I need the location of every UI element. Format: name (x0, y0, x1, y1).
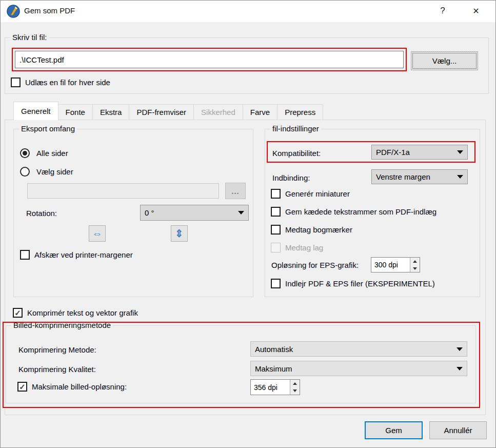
compression-quality-dropdown[interactable]: Maksimum (250, 361, 467, 376)
image-compression-group-title: Billed-komprimeringsmetode (11, 321, 113, 329)
mirror-vertical-button[interactable]: ⇕ (171, 225, 188, 242)
spin-down-button[interactable] (410, 265, 420, 272)
binding-dropdown[interactable]: Venstre margen (371, 169, 468, 184)
spin-down-icon (293, 389, 297, 392)
chevron-down-icon (457, 175, 463, 179)
close-icon: ✕ (472, 6, 479, 16)
binding-label: Indbinding: (272, 173, 310, 182)
checkbox-compress-text-vector[interactable]: Komprimér tekst og vektor grafik (13, 307, 138, 318)
checkbox-box (271, 207, 281, 217)
tab-ekstra[interactable]: Ekstra (93, 104, 130, 120)
compression-method-label: Komprimering Metode: (18, 345, 96, 354)
checkbox-box (13, 308, 23, 318)
radio-choose-pages[interactable]: Vælg sider (20, 166, 73, 177)
spin-down-button[interactable] (290, 387, 300, 395)
pages-range-ellipsis-button: ... (225, 183, 246, 199)
spin-up-button[interactable] (410, 258, 420, 265)
checkbox-include-layers: Medtag lag (271, 242, 323, 253)
max-resolution-spinner[interactable]: 356 dpi (250, 379, 300, 395)
spin-up-button[interactable] (290, 380, 300, 387)
window-title: Gem som PDF (24, 6, 75, 15)
tab-generelt[interactable]: Generelt (13, 102, 58, 120)
tab-farve[interactable]: Farve (243, 104, 277, 120)
save-as-pdf-dialog: Gem som PDF ? ✕ Skriv til fil: Vælg... U… (0, 0, 496, 448)
rotation-label: Rotation: (26, 209, 57, 218)
radio-all-pages[interactable]: Alle sider (20, 147, 68, 159)
checkbox-box (271, 189, 281, 199)
radio-button (20, 167, 30, 177)
checkbox-box (271, 243, 281, 252)
flip-horizontal-icon: ⇔ (92, 228, 103, 239)
file-options-group-title: fil-indstillinger (270, 124, 321, 133)
help-icon: ? (440, 6, 445, 16)
checkbox-include-bookmarks[interactable]: Medtag bogmærker (271, 224, 352, 235)
cancel-button[interactable]: Annullér (429, 421, 487, 439)
chevron-down-icon (457, 150, 463, 154)
flip-vertical-icon: ⇕ (175, 228, 184, 239)
checkbox-one-file-per-page[interactable]: Udlæs en fil for hver side (11, 76, 110, 88)
pages-range-input (27, 183, 219, 199)
titlebar: Gem som PDF ? ✕ (1, 1, 495, 22)
checkbox-box (17, 382, 27, 392)
compatibility-dropdown[interactable]: PDF/X-1a (371, 145, 468, 160)
chevron-down-icon (457, 367, 463, 371)
eps-resolution-label: Opløsning for EPS-grafik: (271, 261, 359, 269)
checkbox-linked-text-frames[interactable]: Gem kædede tekstrammer som PDF-indlæg (271, 206, 437, 217)
file-path-input[interactable] (15, 51, 404, 68)
eps-resolution-spinner[interactable]: 300 dpi (371, 257, 420, 272)
tab-bar: Generelt Fonte Ekstra PDF-fremviser Sikk… (13, 102, 323, 120)
save-button[interactable]: Gem (365, 421, 423, 439)
tab-prepress[interactable]: Prepress (277, 104, 323, 120)
spin-up-icon (293, 382, 297, 385)
scribus-logo-icon (7, 5, 20, 18)
tab-sikkerhed: Sikkerhed (194, 104, 243, 120)
compression-quality-label: Komprimering Kvalitet: (18, 365, 96, 374)
checkbox-embed-pdf-eps[interactable]: Indlejr PDF & EPS filer (EKSPERIMENTEL) (271, 278, 435, 289)
checkbox-box (20, 250, 30, 260)
write-to-file-group-title: Skriv til fil: (10, 33, 49, 42)
checkbox-box (271, 279, 281, 288)
compression-method-dropdown[interactable]: Automatisk (250, 341, 467, 357)
checkbox-clip-printer-margins[interactable]: Afskær ved printer-margener (20, 249, 133, 260)
spin-down-icon (413, 267, 417, 270)
checkbox-generate-thumbnails[interactable]: Generér miniaturer (271, 188, 350, 199)
checkbox-box (271, 225, 281, 235)
help-button[interactable]: ? (431, 3, 454, 19)
tab-fonte[interactable]: Fonte (58, 104, 93, 120)
checkbox-box (11, 77, 21, 87)
rotation-dropdown[interactable]: 0 ° (140, 205, 249, 221)
tab-pdf-fremviser[interactable]: PDF-fremviser (129, 104, 194, 120)
checkbox-max-image-resolution[interactable]: Maksimale billed-opløsning: (17, 381, 127, 392)
spin-up-icon (413, 260, 417, 263)
choose-file-button[interactable]: Vælg... (411, 51, 478, 70)
radio-button (20, 148, 30, 158)
chevron-down-icon (457, 347, 463, 351)
close-button[interactable]: ✕ (464, 3, 488, 19)
ellipsis-icon: ... (231, 187, 240, 196)
chevron-down-icon (238, 211, 244, 215)
compatibility-label: Kompatibilitet: (272, 149, 321, 158)
export-range-group-title: Eksport omfang (19, 124, 77, 133)
mirror-horizontal-button[interactable]: ⇔ (89, 225, 106, 242)
